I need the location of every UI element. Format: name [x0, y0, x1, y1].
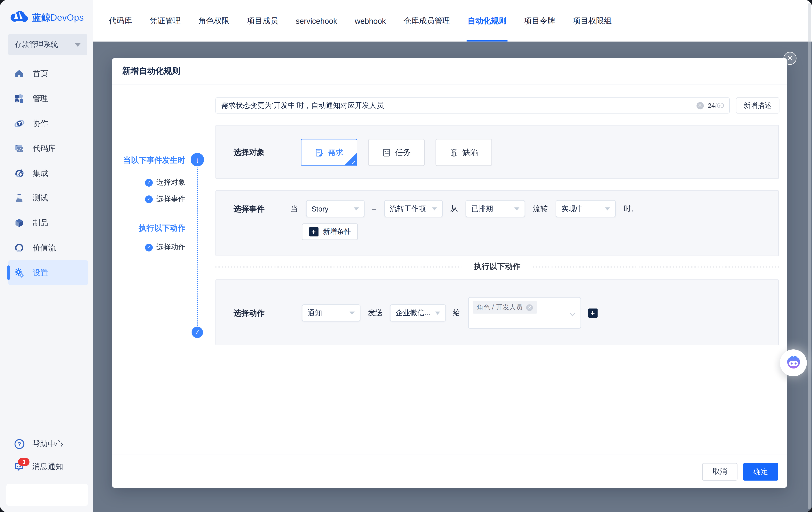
recipient-multiselect[interactable]: 角色 / 开发人员 ✕	[468, 297, 581, 329]
object-option-task[interactable]: 任务	[368, 139, 425, 166]
sidebar-item-value-stream[interactable]: 价值流	[8, 235, 88, 260]
word-send: 发送	[368, 308, 383, 318]
stepper-step-event: ✓ 选择事件	[112, 194, 185, 204]
sidebar-item-label: 测试	[32, 193, 48, 203]
project-selector-label: 存款管理系统	[14, 40, 58, 49]
stepper-trigger-title: 当以下事件发生时	[112, 156, 185, 165]
select-action-panel: 选择动作 通知 发送 企业微信... 给 角色 / 开发人员	[215, 279, 779, 345]
sidebar-item-label: 设置	[32, 268, 48, 277]
robot-icon	[785, 354, 802, 371]
object-options: 需求 ✓ 任务 缺陷	[301, 139, 492, 166]
confirm-button[interactable]: 确定	[743, 463, 778, 480]
tab-repo-member-management[interactable]: 仓库成员管理	[395, 0, 459, 42]
collaboration-icon: T	[13, 118, 25, 129]
word-transfer: 流转	[533, 204, 548, 214]
object-option-defect[interactable]: 缺陷	[436, 139, 492, 166]
project-selector[interactable]: 存款管理系统	[8, 34, 87, 55]
sidebar-item-settings[interactable]: 设置	[8, 260, 88, 285]
sidebar-item-label: 价值流	[32, 243, 56, 253]
clear-icon[interactable]: ✕	[696, 102, 703, 109]
to-status-select[interactable]: 实现中	[556, 200, 616, 217]
tab-project-permission-groups[interactable]: 项目权限组	[564, 0, 620, 42]
select-action-label: 选择动作	[233, 308, 265, 318]
svg-text:</>: </>	[17, 148, 23, 152]
svg-text:?: ?	[18, 441, 21, 447]
sidebar-item-repo[interactable]: </> 代码库	[8, 136, 88, 161]
chevron-down-icon	[569, 310, 576, 318]
caret-down-icon	[605, 207, 610, 210]
sidebar-item-label: 协作	[32, 118, 48, 129]
add-action-button[interactable]: +	[588, 308, 597, 318]
event-add-condition-row: + 新增条件	[302, 223, 358, 240]
logo-text: 蓝鲸DevOps	[32, 11, 84, 24]
action-row: 通知 发送 企业微信... 给 角色 / 开发人员 ✕	[302, 297, 597, 329]
add-condition-button[interactable]: + 新增条件	[302, 223, 358, 240]
modal-title: 新增自动化规则	[122, 65, 180, 76]
from-status-select[interactable]: 已排期	[466, 200, 525, 217]
select-event-panel: 选择事件 当 Story – 流转工作项 从 已排期	[215, 190, 779, 256]
help-center-item[interactable]: ? 帮助中心	[8, 433, 88, 456]
notification-badge: 3	[18, 458, 30, 466]
add-description-button[interactable]: 新增描述	[736, 98, 780, 114]
event-object-select[interactable]: Story	[306, 200, 364, 217]
sidebar-item-artifact[interactable]: 制品	[8, 210, 88, 235]
sidebar-item-test[interactable]: 测试	[8, 186, 88, 211]
tab-project-members[interactable]: 项目成员	[238, 0, 287, 42]
sidebar: 蓝鲸DevOps 存款管理系统 首页 管理 T	[0, 0, 93, 512]
tab-automation-rules[interactable]: 自动化规则	[459, 0, 516, 42]
tab-servicehook[interactable]: servicehook	[287, 0, 346, 42]
test-icon	[13, 192, 25, 204]
object-option-requirement[interactable]: 需求 ✓	[301, 139, 357, 166]
tab-project-token[interactable]: 项目令牌	[515, 0, 564, 42]
word-when: 当	[290, 204, 298, 214]
sidebar-item-label: 集成	[32, 168, 48, 178]
close-icon[interactable]: ✕	[784, 52, 796, 65]
divider-line	[215, 266, 461, 267]
divider-line	[533, 266, 779, 267]
notifications-item[interactable]: 3 消息通知	[8, 455, 88, 478]
user-profile-card[interactable]	[6, 484, 88, 506]
action-type-select[interactable]: 通知	[302, 304, 360, 321]
add-automation-rule-modal: 新增自动化规则 ✕ 24/60 新增描述 当以下事件发生时 ↓ ✓	[112, 58, 787, 488]
integration-icon	[13, 167, 25, 179]
value-stream-icon	[13, 242, 25, 253]
tab-code-repo[interactable]: 代码库	[100, 0, 141, 42]
check-icon: ✓	[192, 326, 203, 338]
tag-remove-icon[interactable]: ✕	[526, 304, 533, 311]
sidebar-item-label: 代码库	[32, 143, 56, 153]
tab-webhook[interactable]: webhook	[346, 0, 395, 42]
ai-assistant-button[interactable]	[780, 349, 807, 376]
modal-footer: 取消 确定	[112, 455, 787, 488]
sidebar-item-manage[interactable]: 管理	[8, 86, 88, 111]
channel-select[interactable]: 企业微信...	[390, 304, 446, 321]
sidebar-item-collaboration[interactable]: T 协作	[8, 111, 88, 136]
notifications-label: 消息通知	[32, 462, 63, 472]
check-icon: ✓	[145, 195, 153, 203]
rule-description-input[interactable]	[221, 101, 693, 110]
caret-down-icon	[432, 207, 437, 210]
chevron-down-icon	[75, 43, 81, 46]
arrow-down-icon: ↓	[191, 153, 204, 166]
stepper-step-object: ✓ 选择对象	[112, 178, 185, 187]
home-icon	[13, 68, 25, 79]
modal-header: 新增自动化规则	[112, 58, 787, 85]
sidebar-item-integration[interactable]: 集成	[8, 161, 88, 186]
event-type-select[interactable]: 流转工作项	[384, 200, 442, 217]
sidebar-item-label: 首页	[32, 69, 48, 79]
sidebar-item-home[interactable]: 首页	[8, 61, 88, 86]
select-event-label: 选择事件	[233, 204, 265, 214]
bk-devops-logo-icon	[9, 9, 28, 26]
rule-description-field[interactable]: ✕ 24/60	[215, 98, 730, 114]
cancel-button[interactable]: 取消	[702, 463, 737, 480]
modal-overlay: ✕ 新增自动化规则 ✕ 24/60 新增描述 当以下事件发生时 ↓	[93, 42, 812, 512]
caret-down-icon	[353, 207, 359, 210]
tab-role-permissions[interactable]: 角色权限	[190, 0, 238, 42]
scrollbar[interactable]	[808, 3, 811, 509]
artifact-icon	[13, 217, 25, 228]
sidebar-footer: ? 帮助中心 3 消息通知	[0, 433, 93, 512]
select-object-label: 选择对象	[233, 148, 265, 158]
char-counter: 24/60	[708, 102, 724, 109]
tab-credentials[interactable]: 凭证管理	[141, 0, 190, 42]
check-icon: ✓	[351, 160, 356, 165]
settings-icon	[13, 267, 25, 278]
